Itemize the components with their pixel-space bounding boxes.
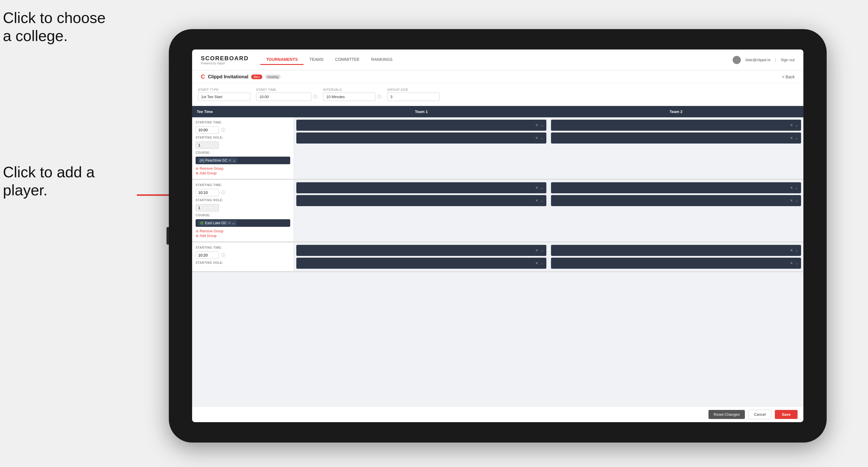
hole-select-2[interactable]: 1 10 <box>196 204 219 211</box>
tee-row-2: STARTING TIME: ⓘ STARTING HOLE: 1 10 COU… <box>192 180 803 243</box>
player-x-10[interactable]: ✕ <box>535 261 538 265</box>
intervals-info-icon: ⓘ <box>377 94 381 100</box>
tablet-screen: SCOREBOARD Powered by clippd TOURNAMENTS… <box>192 50 803 422</box>
group-size-select[interactable]: 3 4 2 <box>387 93 439 101</box>
course-label-2: COURSE: <box>196 214 290 217</box>
time-input-3[interactable] <box>196 252 219 259</box>
player-row-2-t1-1[interactable]: ✕ ⌄ <box>296 182 546 193</box>
start-time-input[interactable] <box>256 93 311 101</box>
course-tag-2[interactable]: 🌿 East Lake GC ✕ ⌄ <box>198 220 237 226</box>
player-chevron-7[interactable]: ⌄ <box>795 186 798 190</box>
back-button[interactable]: < Back <box>782 74 795 79</box>
save-button[interactable]: Save <box>775 410 798 419</box>
nav-tabs: TOURNAMENTS TEAMS COMMITTEE RANKINGS <box>260 55 733 65</box>
time-input-row-1: ⓘ <box>196 126 290 134</box>
player-row-2-t2-2[interactable]: ✕ ⌄ <box>551 195 801 206</box>
sign-out-link[interactable]: Sign out <box>781 58 795 62</box>
tee-row-3: STARTING TIME: ⓘ STARTING HOLE: ✕ ⌄ ✕ ⌄ <box>192 243 803 272</box>
player-row-2-t1-2[interactable]: ✕ ⌄ <box>296 195 546 206</box>
col-team2: Team 2 <box>549 106 803 117</box>
player-chevron-6[interactable]: ⌄ <box>540 198 544 203</box>
player-x-6[interactable]: ✕ <box>535 198 538 203</box>
player-x-9[interactable]: ✕ <box>535 248 538 252</box>
course-name-2: East Lake GC <box>205 221 227 225</box>
player-x-12[interactable]: ✕ <box>790 261 793 265</box>
player-row-1-t2-1[interactable]: ✕ ⌄ <box>551 120 801 131</box>
player-chevron-12[interactable]: ⌄ <box>795 261 798 265</box>
group-size-group: Group Size 3 4 2 <box>387 88 439 101</box>
player-row-1-t1-2[interactable]: ✕ ⌄ <box>296 132 546 144</box>
player-chevron-3[interactable]: ⌄ <box>795 123 798 127</box>
player-chevron-4[interactable]: ⌄ <box>795 136 798 140</box>
player-row-3-t1-2[interactable]: ✕ ⌄ <box>296 258 546 269</box>
course-remove-1[interactable]: ✕ <box>228 158 231 162</box>
nav-tab-tournaments[interactable]: TOURNAMENTS <box>260 55 304 65</box>
nav-tab-committee[interactable]: COMMITTEE <box>329 55 365 65</box>
add-group-btn-1[interactable]: ⊕ Add Group <box>196 171 290 175</box>
action-links-1: ⊖ Remove Group ⊕ Add Group <box>196 166 290 175</box>
player-x-5[interactable]: ✕ <box>535 186 538 190</box>
player-chevron-10[interactable]: ⌄ <box>540 261 544 265</box>
course-name-1: (A) Peachtree GC <box>200 158 227 162</box>
player-row-2-t2-1[interactable]: ✕ ⌄ <box>551 182 801 193</box>
annotation-player: Click to add a player. <box>3 163 108 199</box>
reset-changes-button[interactable]: Reset Changes <box>709 410 745 419</box>
add-group-icon-1: ⊕ <box>196 171 198 175</box>
hole-select-1[interactable]: 1 10 <box>196 142 219 149</box>
gender-badge: Men <box>251 74 262 79</box>
player-chevron-2[interactable]: ⌄ <box>540 136 544 140</box>
player-chevron-8[interactable]: ⌄ <box>795 198 798 203</box>
player-x-11[interactable]: ✕ <box>790 248 793 252</box>
start-time-info-icon: ⓘ <box>313 94 317 100</box>
remove-group-btn-1[interactable]: ⊖ Remove Group <box>196 166 290 170</box>
team2-cell-3: ✕ ⌄ ✕ ⌄ <box>549 243 803 271</box>
course-expand-1[interactable]: ⌄ <box>232 158 236 162</box>
tablet-side-button <box>166 227 169 245</box>
course-remove-2[interactable]: ✕ <box>228 221 231 225</box>
player-chevron-9[interactable]: ⌄ <box>540 248 544 252</box>
player-chevron-5[interactable]: ⌄ <box>540 186 544 190</box>
remove-group-btn-2[interactable]: ⊖ Remove Group <box>196 229 290 233</box>
player-x-4[interactable]: ✕ <box>790 136 793 140</box>
starting-time-label-2: STARTING TIME: <box>196 183 290 187</box>
team1-cell-3: ✕ ⌄ ✕ ⌄ <box>294 243 549 271</box>
player-x-8[interactable]: ✕ <box>790 198 793 203</box>
team1-cell-1: ✕ ⌄ ✕ ⌄ <box>294 117 549 179</box>
course-row-1: (A) Peachtree GC ✕ ⌄ <box>196 157 290 164</box>
starting-time-label-3: STARTING TIME: <box>196 246 290 249</box>
course-label-1: COURSE: <box>196 151 290 154</box>
logo-title: SCOREBOARD <box>201 55 249 62</box>
player-chevron-11[interactable]: ⌄ <box>795 248 798 252</box>
col-tee-time: Tee Time <box>192 106 294 117</box>
tee-left-2: STARTING TIME: ⓘ STARTING HOLE: 1 10 COU… <box>192 180 294 241</box>
intervals-select[interactable]: 10 Minutes 5 Minutes 15 Minutes <box>323 93 375 101</box>
course-expand-2[interactable]: ⌄ <box>232 221 235 225</box>
player-row-3-t2-2[interactable]: ✕ ⌄ <box>551 258 801 269</box>
player-chevron-1[interactable]: ⌄ <box>540 123 544 127</box>
tee-left-3: STARTING TIME: ⓘ STARTING HOLE: <box>192 243 294 271</box>
add-group-btn-2[interactable]: ⊕ Add Group <box>196 234 290 238</box>
player-x-7[interactable]: ✕ <box>790 186 793 190</box>
player-row-1-t2-2[interactable]: ✕ ⌄ <box>551 132 801 144</box>
course-tag-1[interactable]: (A) Peachtree GC ✕ ⌄ <box>198 158 237 163</box>
app-header: SCOREBOARD Powered by clippd TOURNAMENTS… <box>192 50 803 70</box>
logo-sub: Powered by clippd <box>201 62 249 65</box>
player-x-3[interactable]: ✕ <box>790 123 793 127</box>
time-input-1[interactable] <box>196 126 219 134</box>
player-row-1-t1-1[interactable]: ✕ ⌄ <box>296 120 546 131</box>
start-type-select[interactable]: 1st Tee Start Shotgun Start <box>198 93 250 101</box>
player-x-2[interactable]: ✕ <box>535 136 538 140</box>
player-row-3-t1-1[interactable]: ✕ ⌄ <box>296 245 546 256</box>
team2-cell-1: ✕ ⌄ ✕ ⌄ <box>549 117 803 179</box>
start-time-group: Start Time ⓘ <box>256 88 317 101</box>
cancel-button[interactable]: Cancel <box>748 410 771 419</box>
player-row-3-t2-1[interactable]: ✕ ⌄ <box>551 245 801 256</box>
player-x-1[interactable]: ✕ <box>535 123 538 127</box>
intervals-group: Intervals 10 Minutes 5 Minutes 15 Minute… <box>323 88 381 101</box>
time-input-2[interactable] <box>196 189 219 196</box>
nav-tab-teams[interactable]: TEAMS <box>304 55 329 65</box>
sub-header: C Clippd Invitational Men Hosting < Back <box>192 70 803 83</box>
time-info-icon-1: ⓘ <box>221 127 225 133</box>
action-links-2: ⊖ Remove Group ⊕ Add Group <box>196 229 290 238</box>
nav-tab-rankings[interactable]: RANKINGS <box>365 55 398 65</box>
